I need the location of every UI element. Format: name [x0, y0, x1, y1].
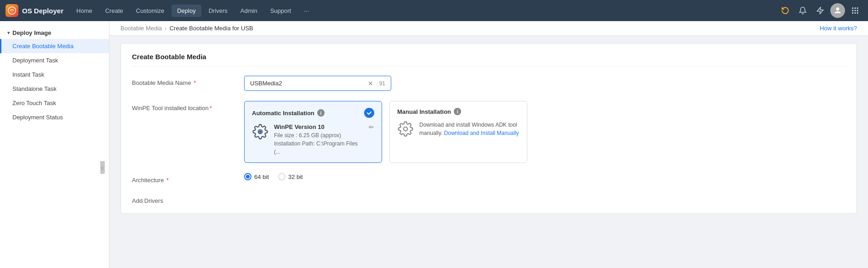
nav-deploy[interactable]: Deploy — [171, 5, 201, 17]
svg-rect-8 — [857, 10, 858, 11]
manual-install-info-icon[interactable]: i — [454, 108, 461, 115]
architecture-row: Architecture * 64 bit 32 bit — [132, 173, 845, 184]
nav-icon-group — [778, 3, 862, 18]
sidebar-item-standalone-task[interactable]: Standalone Task — [0, 82, 109, 96]
auto-install-info-icon[interactable]: i — [317, 109, 325, 117]
main-content: Bootable Media › Create Bootable Media f… — [109, 21, 868, 268]
architecture-options: 64 bit 32 bit — [244, 173, 845, 180]
app-logo: OS Deployer — [6, 4, 63, 17]
user-avatar[interactable] — [830, 3, 845, 18]
winpe-version: WinPE Version 10 — [274, 123, 363, 130]
form-card: Create Bootable Media Bootable Media Nam… — [120, 43, 857, 214]
manual-install-description: Download and install Windows ADK tool ma… — [419, 121, 520, 137]
nav-drivers[interactable]: Drivers — [203, 5, 233, 17]
bootable-media-name-input-wrapper: ✕ 91 — [244, 76, 391, 91]
bootable-media-name-row: Bootable Media Name * ✕ 91 — [132, 76, 845, 91]
nav-customize[interactable]: Customize — [131, 5, 170, 17]
svg-point-14 — [404, 127, 408, 131]
arch-64bit-radio[interactable] — [244, 173, 251, 180]
svg-rect-4 — [855, 7, 856, 9]
winpe-tool-label: WinPE Tool installed location* — [132, 101, 233, 112]
svg-rect-10 — [855, 12, 856, 14]
winpe-tool-row: WinPE Tool installed location* Automatic… — [132, 101, 845, 163]
svg-rect-11 — [857, 12, 858, 14]
char-count: 91 — [377, 80, 387, 87]
manual-install-body: Download and install Windows ADK tool ma… — [397, 121, 520, 137]
svg-rect-5 — [857, 7, 858, 9]
clear-input-icon[interactable]: ✕ — [366, 80, 375, 87]
auto-install-gear-icon — [252, 123, 268, 140]
sidebar-item-zero-touch-task[interactable]: Zero Touch Task — [0, 96, 109, 110]
svg-point-0 — [8, 7, 16, 14]
sidebar-resize-handle[interactable]: || — [100, 161, 105, 174]
winpe-tool-control: Automatic Installation i — [244, 101, 845, 163]
arch-32bit-option[interactable]: 32 bit — [278, 173, 303, 180]
breadcrumb-parent[interactable]: Bootable Media — [120, 25, 162, 32]
svg-rect-6 — [852, 10, 853, 11]
bolt-icon-btn[interactable] — [813, 3, 828, 18]
sidebar: ▾ Deploy Image Create Bootable Media Dep… — [0, 21, 109, 268]
breadcrumb: Bootable Media › Create Bootable Media f… — [120, 25, 253, 32]
how-it-works-link[interactable]: How it works? — [820, 25, 857, 32]
svg-rect-7 — [855, 10, 856, 11]
winpe-install-path: Installation Path: C:\Program Files (... — [274, 140, 363, 156]
grid-icon-btn[interactable] — [848, 3, 862, 18]
edit-winpe-icon[interactable]: ✏ — [369, 123, 374, 131]
top-navigation: OS Deployer Home Create Customize Deploy… — [0, 0, 868, 21]
nav-support[interactable]: Support — [265, 5, 297, 17]
notification-icon-btn[interactable] — [795, 3, 810, 18]
download-manually-link[interactable]: Download and Install Manually — [444, 130, 519, 136]
auto-install-header: Automatic Installation i — [252, 108, 374, 118]
sidebar-item-deployment-task[interactable]: Deployment Task — [0, 53, 109, 67]
auto-install-check-icon — [364, 108, 374, 118]
breadcrumb-bar: Bootable Media › Create Bootable Media f… — [109, 21, 868, 36]
winpe-file-size: File size : 6.25 GB (approx) — [274, 131, 363, 140]
breadcrumb-current: Create Bootable Media for USB — [170, 25, 253, 32]
sidebar-item-deployment-status[interactable]: Deployment Status — [0, 110, 109, 124]
refresh-icon-btn[interactable] — [778, 3, 793, 18]
arch-64bit-option[interactable]: 64 bit — [244, 173, 269, 180]
manual-install-gear-icon — [397, 121, 414, 137]
breadcrumb-separator: › — [165, 25, 166, 32]
bootable-media-name-input[interactable] — [248, 76, 366, 90]
nav-more[interactable]: ··· — [298, 5, 314, 17]
manual-install-header: Manual Installation i — [397, 108, 520, 115]
svg-marker-2 — [817, 7, 823, 14]
sidebar-section-deploy-image[interactable]: ▾ Deploy Image — [0, 27, 109, 39]
chevron-down-icon: ▾ — [7, 30, 10, 35]
add-drivers-label: Add Drivers — [132, 194, 233, 204]
arch-32bit-radio[interactable] — [278, 173, 286, 180]
auto-install-body: WinPE Version 10 File size : 6.25 GB (ap… — [252, 123, 374, 156]
nav-create[interactable]: Create — [100, 5, 129, 17]
add-drivers-row: Add Drivers — [132, 194, 845, 204]
sidebar-item-instant-task[interactable]: Instant Task — [0, 67, 109, 82]
logo-icon — [6, 4, 18, 17]
auto-install-title: Automatic Installation i — [252, 109, 325, 117]
nav-home[interactable]: Home — [71, 5, 98, 17]
bootable-media-name-label: Bootable Media Name * — [132, 76, 233, 86]
svg-rect-9 — [852, 12, 853, 14]
install-options: Automatic Installation i — [244, 101, 845, 163]
svg-rect-3 — [852, 7, 853, 9]
bootable-media-name-control: ✕ 91 — [244, 76, 845, 91]
svg-point-13 — [259, 130, 262, 133]
manual-install-card[interactable]: Manual Installation i — [389, 101, 527, 163]
auto-install-detail: WinPE Version 10 File size : 6.25 GB (ap… — [274, 123, 363, 156]
architecture-label: Architecture * — [132, 173, 233, 184]
svg-point-1 — [11, 11, 13, 13]
architecture-control: 64 bit 32 bit — [244, 173, 845, 180]
manual-install-title: Manual Installation i — [397, 108, 461, 115]
form-card-title: Create Bootable Media — [132, 53, 845, 67]
automatic-install-card[interactable]: Automatic Installation i — [244, 101, 382, 163]
nav-admin[interactable]: Admin — [235, 5, 263, 17]
sidebar-item-create-bootable-media[interactable]: Create Bootable Media — [0, 39, 109, 53]
